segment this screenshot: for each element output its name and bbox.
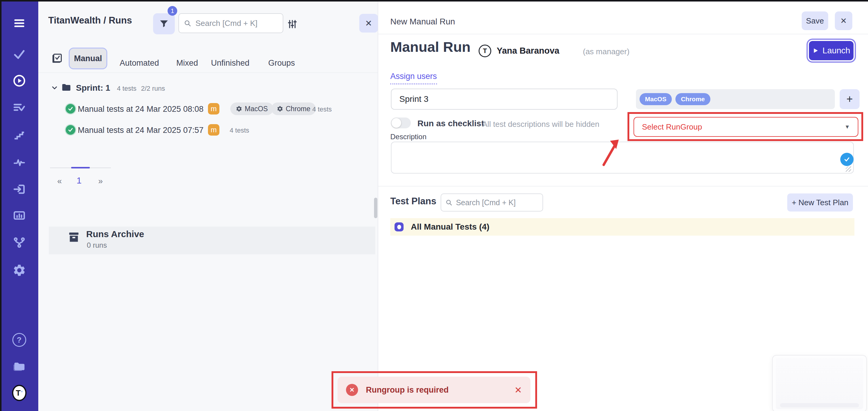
help-icon[interactable]: ? — [12, 333, 27, 347]
run-name-input[interactable] — [392, 89, 617, 109]
sprint-folder-label[interactable]: Sprint: 1 — [76, 83, 110, 93]
screenshot-thumbnail-content — [776, 358, 863, 409]
tab-mixed[interactable]: Mixed — [176, 59, 198, 68]
screenshot-thumbnail[interactable] — [772, 355, 867, 411]
brand-logo-letter: T — [16, 388, 21, 398]
error-icon: ✕ — [346, 384, 358, 396]
folder-icon — [61, 82, 72, 94]
manual-run-badge: m — [208, 124, 219, 135]
env-chip-label: Chrome — [286, 105, 310, 113]
close-icon: ✕ — [365, 19, 372, 28]
test-plans-search[interactable] — [441, 193, 543, 212]
search-icon — [445, 198, 453, 207]
filter-count-badge: 1 — [167, 6, 177, 16]
sprint-tests-count: 4 tests — [117, 85, 136, 93]
pulse-icon[interactable] — [12, 155, 27, 169]
toast-close-button[interactable]: ✕ — [515, 385, 522, 395]
screen-edge-left — [0, 0, 1, 411]
toggle-knob — [392, 118, 401, 128]
manual-run-badge: m — [208, 103, 219, 115]
pagination-active-indicator — [71, 167, 90, 168]
screenshot-thumbnail-dock — [780, 403, 859, 407]
play-icon — [812, 47, 819, 54]
run-title[interactable]: Manual tests at 24 Mar 2025 07:57 — [78, 126, 204, 135]
section-divider — [378, 186, 868, 187]
projects-folder-icon[interactable] — [12, 359, 27, 374]
chevron-down-icon: ▼ — [844, 124, 850, 130]
brand-logo[interactable]: T' — [12, 386, 27, 400]
gear-icon[interactable] — [12, 263, 27, 278]
menu-icon[interactable] — [12, 16, 27, 30]
pagination-page-1[interactable]: 1 — [76, 176, 82, 186]
close-panel-button[interactable]: ✕ — [835, 11, 852, 30]
comment-check-button[interactable] — [840, 153, 854, 166]
scrollbar-thumb[interactable] — [374, 198, 377, 218]
new-test-plan-button[interactable]: + New Test Plan — [787, 193, 853, 212]
check-icon — [844, 156, 850, 163]
test-plans-title: Test Plans — [390, 196, 436, 207]
rungroup-placeholder: Select RunGroup — [642, 122, 702, 132]
header-divider — [378, 34, 868, 34]
panel-title: New Manual Run — [390, 17, 455, 27]
rungroup-select[interactable]: Select RunGroup ▼ — [633, 117, 858, 137]
steps-icon[interactable] — [12, 128, 27, 142]
sliders-icon — [287, 19, 298, 30]
breadcrumb: TitanWealth / Runs — [48, 15, 132, 26]
run-title[interactable]: Manual tests at 24 Mar 2025 08:08 — [78, 104, 204, 114]
test-plans-search-input[interactable] — [456, 198, 538, 207]
checklist-label: Run as checklist — [417, 119, 484, 128]
selected-radio[interactable] — [395, 222, 404, 231]
description-label: Description — [390, 133, 427, 141]
pagination-next[interactable]: » — [98, 177, 103, 186]
owner-avatar: T — [478, 44, 491, 57]
env-chip-chrome[interactable]: Chrome — [271, 102, 316, 115]
tab-manual[interactable]: Manual — [69, 48, 107, 69]
assign-users-link[interactable]: Assign users — [390, 72, 437, 84]
analytics-icon[interactable] — [12, 208, 27, 223]
run-name-field[interactable] — [391, 89, 618, 110]
gear-icon — [277, 105, 283, 112]
test-plan-label: All Manual Tests (4) — [411, 222, 490, 232]
branch-icon[interactable] — [12, 235, 27, 250]
chevron-down-icon[interactable] — [51, 84, 59, 93]
runs-search[interactable] — [179, 13, 283, 33]
collapse-panel-button[interactable]: ✕ — [359, 14, 378, 33]
filter-button[interactable] — [153, 13, 175, 34]
run-as-checklist-toggle[interactable] — [391, 118, 411, 128]
env-pill-macos[interactable]: MacOS — [640, 93, 672, 105]
app-sidebar: ? T' — [0, 0, 38, 411]
env-pill-chrome[interactable]: Chrome — [675, 93, 710, 105]
close-icon: ✕ — [840, 16, 847, 26]
archive-title: Runs Archive — [86, 229, 144, 239]
resize-handle[interactable] — [846, 166, 851, 172]
results-list-icon[interactable] — [12, 101, 27, 115]
view-settings-button[interactable] — [286, 18, 299, 31]
breadcrumb-project[interactable]: TitanWealth — [48, 15, 101, 26]
tab-unfinished[interactable]: Unfinished — [211, 59, 250, 68]
gear-icon — [236, 105, 242, 112]
left-panel-header-divider — [38, 72, 378, 73]
error-toast: ✕ Rungroup is required ✕ — [338, 377, 530, 403]
archive-count: 0 runs — [87, 241, 107, 250]
pagination-prev[interactable]: « — [57, 177, 62, 186]
import-icon[interactable] — [12, 182, 27, 196]
save-button[interactable]: Save — [802, 11, 828, 30]
runs-play-circle-icon[interactable] — [12, 73, 27, 88]
run-tests-count: 4 tests — [230, 127, 249, 134]
launch-button[interactable]: Launch — [809, 41, 854, 60]
toast-message: Rungroup is required — [366, 385, 515, 395]
env-chip-label: MacOS — [245, 105, 268, 113]
run-status-passed-icon — [66, 125, 75, 135]
checklist-icon[interactable] — [51, 53, 63, 66]
tests-check-icon[interactable] — [12, 47, 27, 61]
env-chip-macos[interactable]: MacOS — [230, 102, 273, 115]
test-plan-row[interactable]: All Manual Tests (4) — [390, 218, 855, 235]
tab-automated[interactable]: Automated — [120, 59, 159, 68]
runs-search-input[interactable] — [195, 19, 278, 28]
radio-dot — [397, 225, 401, 229]
run-tests-count: 4 tests — [312, 105, 332, 113]
add-environment-button[interactable]: + — [840, 89, 860, 109]
screen-edge-top — [0, 0, 868, 1]
tab-groups[interactable]: Groups — [268, 59, 295, 68]
panel-divider — [378, 1, 378, 411]
